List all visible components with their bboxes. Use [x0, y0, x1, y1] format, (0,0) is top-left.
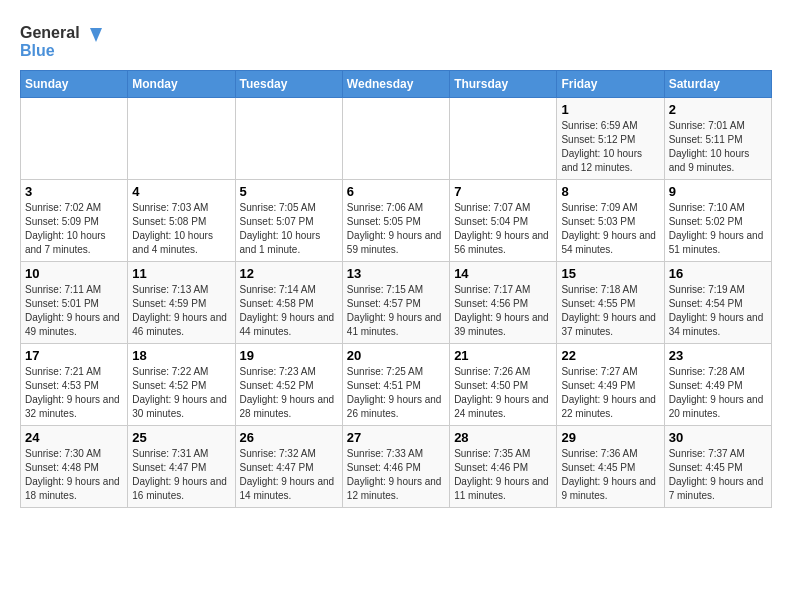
calendar-week-5: 24Sunrise: 7:30 AMSunset: 4:48 PMDayligh…: [21, 426, 772, 508]
calendar-cell: 17Sunrise: 7:21 AMSunset: 4:53 PMDayligh…: [21, 344, 128, 426]
day-number: 16: [669, 266, 767, 281]
day-number: 29: [561, 430, 659, 445]
day-number: 25: [132, 430, 230, 445]
day-info: Sunrise: 7:17 AMSunset: 4:56 PMDaylight:…: [454, 283, 552, 339]
day-number: 24: [25, 430, 123, 445]
calendar-cell: 4Sunrise: 7:03 AMSunset: 5:08 PMDaylight…: [128, 180, 235, 262]
day-number: 23: [669, 348, 767, 363]
weekday-header-monday: Monday: [128, 71, 235, 98]
weekday-header-thursday: Thursday: [450, 71, 557, 98]
calendar-cell: 2Sunrise: 7:01 AMSunset: 5:11 PMDaylight…: [664, 98, 771, 180]
calendar-cell: 10Sunrise: 7:11 AMSunset: 5:01 PMDayligh…: [21, 262, 128, 344]
day-info: Sunrise: 7:10 AMSunset: 5:02 PMDaylight:…: [669, 201, 767, 257]
day-info: Sunrise: 7:06 AMSunset: 5:05 PMDaylight:…: [347, 201, 445, 257]
day-number: 15: [561, 266, 659, 281]
calendar-week-4: 17Sunrise: 7:21 AMSunset: 4:53 PMDayligh…: [21, 344, 772, 426]
day-info: Sunrise: 7:09 AMSunset: 5:03 PMDaylight:…: [561, 201, 659, 257]
day-number: 8: [561, 184, 659, 199]
calendar-cell: 13Sunrise: 7:15 AMSunset: 4:57 PMDayligh…: [342, 262, 449, 344]
calendar-cell: 21Sunrise: 7:26 AMSunset: 4:50 PMDayligh…: [450, 344, 557, 426]
calendar-cell: 30Sunrise: 7:37 AMSunset: 4:45 PMDayligh…: [664, 426, 771, 508]
calendar-cell: 25Sunrise: 7:31 AMSunset: 4:47 PMDayligh…: [128, 426, 235, 508]
day-info: Sunrise: 7:26 AMSunset: 4:50 PMDaylight:…: [454, 365, 552, 421]
day-info: Sunrise: 7:36 AMSunset: 4:45 PMDaylight:…: [561, 447, 659, 503]
day-number: 12: [240, 266, 338, 281]
calendar-cell: 24Sunrise: 7:30 AMSunset: 4:48 PMDayligh…: [21, 426, 128, 508]
calendar-cell: 29Sunrise: 7:36 AMSunset: 4:45 PMDayligh…: [557, 426, 664, 508]
day-number: 3: [25, 184, 123, 199]
calendar-week-3: 10Sunrise: 7:11 AMSunset: 5:01 PMDayligh…: [21, 262, 772, 344]
day-number: 19: [240, 348, 338, 363]
day-number: 5: [240, 184, 338, 199]
day-info: Sunrise: 7:15 AMSunset: 4:57 PMDaylight:…: [347, 283, 445, 339]
day-info: Sunrise: 7:31 AMSunset: 4:47 PMDaylight:…: [132, 447, 230, 503]
day-info: Sunrise: 7:11 AMSunset: 5:01 PMDaylight:…: [25, 283, 123, 339]
calendar-cell: 14Sunrise: 7:17 AMSunset: 4:56 PMDayligh…: [450, 262, 557, 344]
day-info: Sunrise: 7:32 AMSunset: 4:47 PMDaylight:…: [240, 447, 338, 503]
calendar-cell: 16Sunrise: 7:19 AMSunset: 4:54 PMDayligh…: [664, 262, 771, 344]
svg-marker-2: [90, 28, 102, 42]
calendar-cell: 20Sunrise: 7:25 AMSunset: 4:51 PMDayligh…: [342, 344, 449, 426]
day-number: 6: [347, 184, 445, 199]
day-info: Sunrise: 7:19 AMSunset: 4:54 PMDaylight:…: [669, 283, 767, 339]
day-info: Sunrise: 7:30 AMSunset: 4:48 PMDaylight:…: [25, 447, 123, 503]
weekday-header-tuesday: Tuesday: [235, 71, 342, 98]
day-info: Sunrise: 7:03 AMSunset: 5:08 PMDaylight:…: [132, 201, 230, 257]
day-number: 17: [25, 348, 123, 363]
calendar-cell: 8Sunrise: 7:09 AMSunset: 5:03 PMDaylight…: [557, 180, 664, 262]
calendar-cell: [450, 98, 557, 180]
day-number: 13: [347, 266, 445, 281]
calendar-cell: [21, 98, 128, 180]
calendar-cell: 18Sunrise: 7:22 AMSunset: 4:52 PMDayligh…: [128, 344, 235, 426]
day-info: Sunrise: 6:59 AMSunset: 5:12 PMDaylight:…: [561, 119, 659, 175]
day-number: 21: [454, 348, 552, 363]
calendar-cell: 3Sunrise: 7:02 AMSunset: 5:09 PMDaylight…: [21, 180, 128, 262]
calendar-cell: [128, 98, 235, 180]
day-info: Sunrise: 7:25 AMSunset: 4:51 PMDaylight:…: [347, 365, 445, 421]
calendar-header: SundayMondayTuesdayWednesdayThursdayFrid…: [21, 71, 772, 98]
day-number: 18: [132, 348, 230, 363]
calendar-cell: 26Sunrise: 7:32 AMSunset: 4:47 PMDayligh…: [235, 426, 342, 508]
logo: GeneralBlue: [20, 20, 110, 60]
weekday-header-wednesday: Wednesday: [342, 71, 449, 98]
calendar-week-1: 1Sunrise: 6:59 AMSunset: 5:12 PMDaylight…: [21, 98, 772, 180]
day-info: Sunrise: 7:02 AMSunset: 5:09 PMDaylight:…: [25, 201, 123, 257]
day-number: 9: [669, 184, 767, 199]
calendar-cell: 15Sunrise: 7:18 AMSunset: 4:55 PMDayligh…: [557, 262, 664, 344]
day-number: 1: [561, 102, 659, 117]
calendar-cell: 19Sunrise: 7:23 AMSunset: 4:52 PMDayligh…: [235, 344, 342, 426]
day-info: Sunrise: 7:22 AMSunset: 4:52 PMDaylight:…: [132, 365, 230, 421]
day-info: Sunrise: 7:35 AMSunset: 4:46 PMDaylight:…: [454, 447, 552, 503]
svg-text:General: General: [20, 24, 80, 41]
day-info: Sunrise: 7:21 AMSunset: 4:53 PMDaylight:…: [25, 365, 123, 421]
page-header: GeneralBlue: [20, 20, 772, 60]
calendar-cell: 11Sunrise: 7:13 AMSunset: 4:59 PMDayligh…: [128, 262, 235, 344]
day-number: 4: [132, 184, 230, 199]
calendar-cell: 27Sunrise: 7:33 AMSunset: 4:46 PMDayligh…: [342, 426, 449, 508]
day-number: 11: [132, 266, 230, 281]
calendar-cell: 1Sunrise: 6:59 AMSunset: 5:12 PMDaylight…: [557, 98, 664, 180]
calendar-cell: 7Sunrise: 7:07 AMSunset: 5:04 PMDaylight…: [450, 180, 557, 262]
day-number: 27: [347, 430, 445, 445]
weekday-header-friday: Friday: [557, 71, 664, 98]
day-info: Sunrise: 7:23 AMSunset: 4:52 PMDaylight:…: [240, 365, 338, 421]
day-info: Sunrise: 7:27 AMSunset: 4:49 PMDaylight:…: [561, 365, 659, 421]
calendar-cell: 22Sunrise: 7:27 AMSunset: 4:49 PMDayligh…: [557, 344, 664, 426]
day-number: 28: [454, 430, 552, 445]
calendar-cell: 6Sunrise: 7:06 AMSunset: 5:05 PMDaylight…: [342, 180, 449, 262]
day-info: Sunrise: 7:37 AMSunset: 4:45 PMDaylight:…: [669, 447, 767, 503]
calendar-cell: 9Sunrise: 7:10 AMSunset: 5:02 PMDaylight…: [664, 180, 771, 262]
calendar-cell: 12Sunrise: 7:14 AMSunset: 4:58 PMDayligh…: [235, 262, 342, 344]
day-info: Sunrise: 7:01 AMSunset: 5:11 PMDaylight:…: [669, 119, 767, 175]
day-number: 7: [454, 184, 552, 199]
weekday-header-sunday: Sunday: [21, 71, 128, 98]
day-number: 14: [454, 266, 552, 281]
svg-text:Blue: Blue: [20, 42, 55, 59]
day-info: Sunrise: 7:18 AMSunset: 4:55 PMDaylight:…: [561, 283, 659, 339]
day-number: 26: [240, 430, 338, 445]
day-info: Sunrise: 7:33 AMSunset: 4:46 PMDaylight:…: [347, 447, 445, 503]
calendar-cell: [342, 98, 449, 180]
day-number: 22: [561, 348, 659, 363]
day-number: 20: [347, 348, 445, 363]
day-info: Sunrise: 7:07 AMSunset: 5:04 PMDaylight:…: [454, 201, 552, 257]
